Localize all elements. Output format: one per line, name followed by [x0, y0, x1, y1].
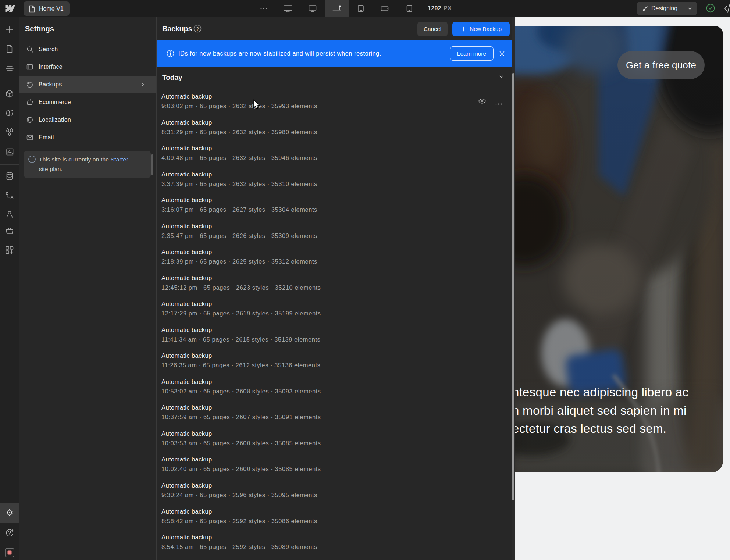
svg-text:?: ? — [196, 26, 199, 32]
